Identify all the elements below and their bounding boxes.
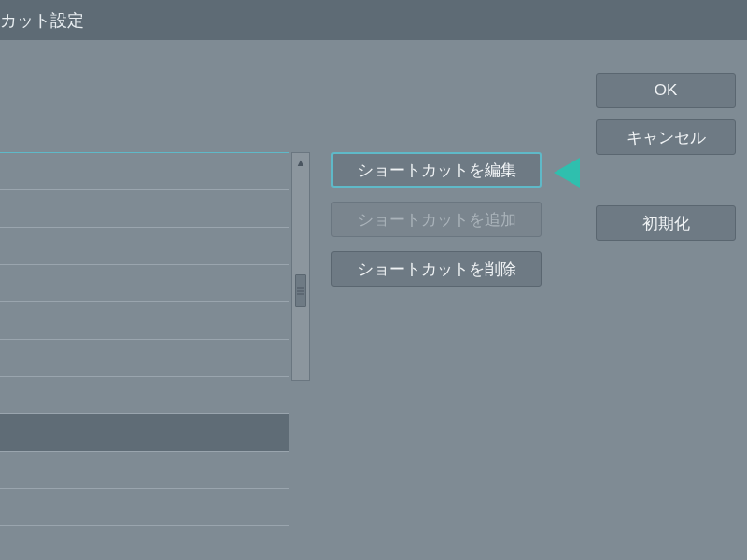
dialog-titlebar: カット設定: [0, 0, 747, 40]
scroll-handle[interactable]: [295, 274, 306, 307]
shortcut-list: [0, 153, 289, 560]
list-item[interactable]: [0, 153, 289, 190]
reset-button[interactable]: 初期化: [596, 205, 736, 241]
list-item[interactable]: [0, 228, 289, 265]
list-item[interactable]: [0, 377, 289, 414]
list-item[interactable]: [0, 302, 289, 340]
list-scrollbar[interactable]: ▲: [291, 152, 310, 381]
list-item-selected[interactable]: [0, 414, 289, 452]
cancel-button[interactable]: キャンセル: [596, 119, 736, 155]
scroll-up-arrow-icon[interactable]: ▲: [292, 153, 309, 172]
list-item[interactable]: [0, 489, 289, 526]
shortcut-list-panel: [0, 152, 289, 560]
list-item[interactable]: [0, 452, 289, 489]
tutorial-pointer-icon: [554, 158, 580, 188]
edit-shortcut-button[interactable]: ショートカットを編集: [331, 152, 542, 188]
list-item[interactable]: [0, 190, 289, 228]
dialog-reset-group: 初期化: [596, 205, 736, 241]
list-item[interactable]: [0, 340, 289, 377]
dialog-confirm-buttons: OK キャンセル: [596, 73, 736, 155]
list-item[interactable]: [0, 265, 289, 302]
shortcut-action-buttons: ショートカットを編集 ショートカットを追加 ショートカットを削除: [331, 152, 542, 287]
list-item[interactable]: [0, 526, 289, 560]
delete-shortcut-button[interactable]: ショートカットを削除: [331, 251, 542, 287]
ok-button[interactable]: OK: [596, 73, 736, 108]
dialog-title: カット設定: [0, 9, 84, 32]
dialog-body: ▲ ショートカットを編集 ショートカットを追加 ショートカットを削除 OK キャ…: [0, 40, 747, 560]
add-shortcut-button: ショートカットを追加: [331, 202, 542, 237]
